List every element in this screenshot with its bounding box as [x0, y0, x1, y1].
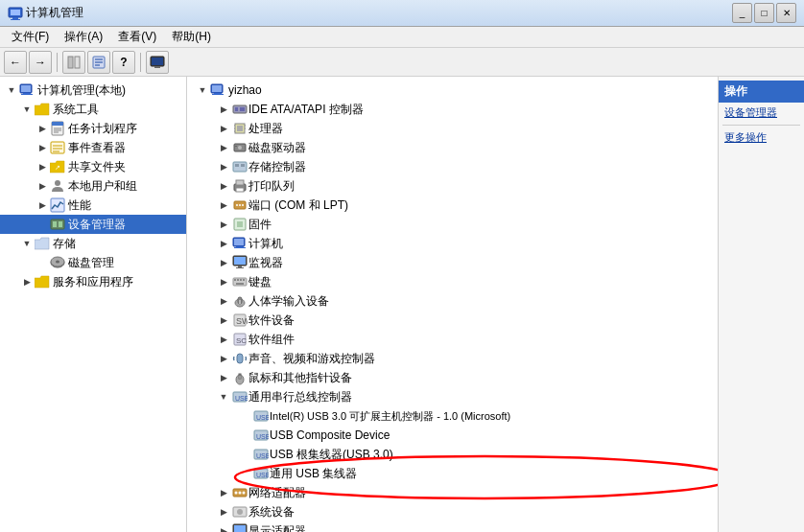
- svg-rect-71: [236, 267, 244, 268]
- menu-help[interactable]: 帮助(H): [164, 27, 219, 47]
- dev-usb-composite-label: USB Composite Device: [270, 427, 390, 444]
- close-button[interactable]: ✕: [776, 3, 796, 23]
- dev-ide[interactable]: ▶ IDE ATA/ATAPI 控制器: [187, 100, 718, 119]
- dev-intel-usb-label: Intel(R) USB 3.0 可扩展主机控制器 - 1.0 (Microso…: [270, 407, 510, 425]
- dev-usb-generic-hub[interactable]: USB 通用 USB 集线器: [187, 464, 718, 483]
- tree-event-viewer[interactable]: ▶ 事件查看器: [0, 138, 186, 157]
- performance-icon: [50, 197, 65, 213]
- middle-root-icon: [210, 82, 225, 98]
- services-label: 服务和应用程序: [53, 273, 133, 290]
- soft-dev-icon: SW: [231, 312, 248, 328]
- dev-intel-usb[interactable]: USB Intel(R) USB 3.0 可扩展主机控制器 - 1.0 (Mic…: [187, 406, 718, 426]
- tree-root[interactable]: ▼ 计算机管理(本地): [0, 81, 186, 100]
- root-expander: ▼: [4, 82, 19, 98]
- tree-services[interactable]: ▶ 服务和应用程序: [0, 272, 186, 291]
- menu-view[interactable]: 查看(V): [110, 27, 164, 47]
- cpu-icon: [231, 121, 248, 136]
- svg-rect-31: [59, 221, 62, 227]
- dev-network-label: 网络适配器: [248, 484, 306, 501]
- dev-usb-root-hub[interactable]: USB USB 根集线器(USB 3.0): [187, 445, 718, 464]
- forward-button[interactable]: →: [29, 51, 52, 74]
- dev-hid[interactable]: ▶ 人体学输入设备: [187, 291, 718, 311]
- tree-system-tools[interactable]: ▼ 系统工具: [0, 100, 186, 119]
- help-button[interactable]: ?: [112, 51, 135, 74]
- svg-text:SW: SW: [236, 316, 248, 326]
- properties-button[interactable]: [87, 51, 110, 74]
- svg-point-104: [237, 509, 243, 515]
- svg-rect-77: [236, 283, 244, 285]
- right-panel-item-more[interactable]: 更多操作: [719, 127, 804, 148]
- dev-computer-label: 计算机: [248, 235, 283, 252]
- dev-usb-composite[interactable]: USB USB Composite Device: [187, 426, 718, 445]
- dev-computer[interactable]: ▶ 计算机: [187, 234, 718, 253]
- performance-label: 性能: [68, 197, 91, 214]
- svg-rect-73: [234, 279, 236, 281]
- dev-ports-label: 端口 (COM 和 LPT): [248, 197, 348, 214]
- tree-device-manager[interactable]: 设备管理器: [0, 215, 186, 234]
- svg-rect-5: [75, 57, 80, 68]
- dev-ports[interactable]: ▶ 端口 (COM 和 LPT): [187, 196, 718, 215]
- menu-bar: 文件(F) 操作(A) 查看(V) 帮助(H): [0, 27, 804, 48]
- dev-soft-comp[interactable]: ▶ SC 软件组件: [187, 330, 718, 349]
- window-controls[interactable]: _ □ ✕: [732, 3, 796, 23]
- middle-root-expander: ▼: [195, 82, 210, 98]
- dev-cpu[interactable]: ▶ 处理器: [187, 119, 718, 138]
- svg-rect-16: [21, 94, 33, 95]
- svg-rect-2: [12, 17, 18, 19]
- back-button[interactable]: ←: [4, 51, 27, 74]
- minimize-button[interactable]: _: [732, 3, 752, 23]
- dev-disk[interactable]: ▶ 磁盘驱动器: [187, 138, 718, 157]
- dev-network[interactable]: ▶ 网络适配器: [187, 483, 718, 502]
- tree-task-scheduler[interactable]: ▶ 任务计划程序: [0, 119, 186, 138]
- dev-audio[interactable]: ▶ 声音、视频和游戏控制器: [187, 349, 718, 368]
- svg-text:↗: ↗: [55, 164, 60, 171]
- svg-rect-51: [235, 146, 237, 147]
- dev-firmware[interactable]: ▶ 固件: [187, 215, 718, 234]
- dev-storage-ctrl[interactable]: ▶ 存储控制器: [187, 157, 718, 176]
- tree-disk-management[interactable]: 磁盘管理: [0, 253, 186, 272]
- svg-rect-76: [243, 279, 245, 281]
- dev-disk-exp: ▶: [216, 140, 231, 155]
- folder-icon: [35, 102, 50, 117]
- middle-root[interactable]: ▼ yizhao: [187, 81, 718, 100]
- computer-icon: [19, 82, 35, 98]
- svg-rect-11: [152, 58, 163, 65]
- svg-rect-75: [240, 279, 242, 281]
- dev-cpu-label: 处理器: [248, 120, 283, 137]
- services-icon: [35, 274, 50, 289]
- console-button[interactable]: [146, 51, 169, 74]
- show-hide-button[interactable]: [62, 51, 85, 74]
- root-label: 计算机管理(本地): [37, 81, 126, 99]
- computer-dev-icon: [231, 236, 248, 251]
- dev-soft-dev[interactable]: ▶ SW 软件设备: [187, 311, 718, 330]
- right-panel-item-device-manager[interactable]: 设备管理器: [719, 103, 804, 123]
- dev-mouse[interactable]: ▶ 鼠标和其他指针设备: [187, 368, 718, 387]
- dev-monitor[interactable]: ▶ 监视器: [187, 253, 718, 272]
- svg-rect-85: [237, 354, 243, 363]
- svg-text:USB: USB: [256, 472, 269, 478]
- tree-shared-folders[interactable]: ▶ ↗ 共享文件夹: [0, 157, 186, 176]
- dev-usb-generic-hub-exp: [237, 466, 252, 481]
- tree-local-users[interactable]: ▶ 本地用户和组: [0, 176, 186, 196]
- dev-keyboard[interactable]: ▶ 键盘: [187, 272, 718, 291]
- svg-rect-57: [236, 188, 244, 192]
- dev-display[interactable]: ▶ 显示适配器: [187, 521, 718, 532]
- device-manager-icon: [50, 217, 65, 232]
- toolbar-separator-2: [140, 53, 141, 72]
- dev-monitor-label: 监视器: [248, 254, 283, 271]
- dev-system[interactable]: ▶ 系统设备: [187, 502, 718, 521]
- window-title: 计算机管理: [26, 5, 83, 21]
- disk-mgmt-label: 磁盘管理: [68, 254, 114, 271]
- svg-rect-15: [23, 93, 31, 94]
- svg-text:USB: USB: [256, 414, 269, 421]
- menu-file[interactable]: 文件(F): [4, 27, 57, 47]
- dev-usb-ctrl[interactable]: ▼ USB 通用串行总线控制器: [187, 387, 718, 406]
- dev-print[interactable]: ▶ 打印队列: [187, 176, 718, 196]
- printer-icon: [231, 178, 248, 194]
- svg-rect-41: [240, 107, 245, 111]
- tree-storage[interactable]: ▼ 存储: [0, 234, 186, 253]
- tree-performance[interactable]: ▶ 性能: [0, 196, 186, 215]
- maximize-button[interactable]: □: [754, 3, 774, 23]
- menu-action[interactable]: 操作(A): [57, 27, 110, 47]
- shared-folders-expander: ▶: [35, 159, 50, 174]
